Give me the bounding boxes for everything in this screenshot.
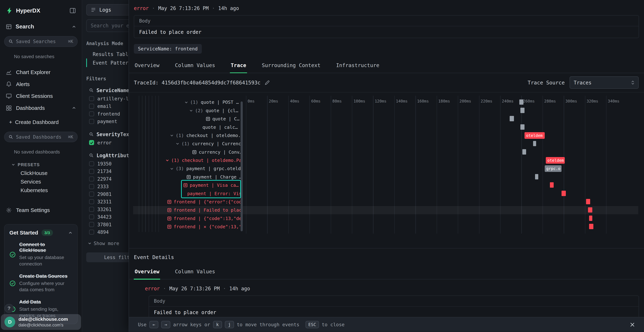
close-icon[interactable] (630, 322, 635, 327)
chevron-up-icon[interactable] (68, 231, 72, 235)
checkbox[interactable] (89, 199, 94, 204)
event-details-tabs: OverviewColumn Values (129, 265, 644, 280)
span-row[interactable]: quote | C… (129, 115, 240, 123)
checkbox[interactable] (89, 184, 94, 189)
span-duration-bar[interactable] (550, 182, 554, 188)
timeline-tick-label: 260ms (523, 99, 535, 104)
separator-dot: · (152, 5, 155, 11)
checkbox[interactable] (89, 230, 94, 235)
checkbox[interactable] (89, 222, 94, 227)
filter-group-name: ServiceName (96, 88, 129, 93)
timeline-tick-label: 0ms (248, 99, 254, 104)
create-dashboard-button[interactable]: + Create Dashboard (0, 117, 82, 128)
checkbox[interactable] (89, 104, 94, 109)
tab-overview[interactable]: Overview (134, 58, 160, 73)
trace-id-row: TraceId: 4156d3fbc40a64854d9dc7f68641593… (129, 73, 644, 92)
tab-infrastructure[interactable]: Infrastructure (335, 58, 380, 73)
span-duration-bar[interactable] (586, 199, 590, 204)
span-row[interactable]: frontend | ✕ {"code":13,"d… (129, 222, 240, 231)
saved-searches-input[interactable]: Saved Searches ⌘K (4, 36, 78, 47)
span-duration-bar[interactable] (589, 224, 593, 229)
event-details-tab-overview[interactable]: Overview (134, 265, 160, 279)
no-saved-dashboards-text: No saved dashboards (0, 149, 82, 155)
span-row[interactable]: currency | Conv… (129, 148, 240, 156)
span-duration-bar[interactable] (562, 191, 566, 196)
span-duration-bar[interactable]: oteldem (546, 157, 565, 164)
chevron-up-icon[interactable] (72, 25, 76, 29)
span-duration-bar[interactable] (510, 116, 514, 121)
log-icon (167, 208, 172, 212)
span-duration-bar[interactable] (589, 216, 592, 221)
span-row[interactable]: (2)quote | {cl… (129, 106, 240, 115)
sidebar-nav: Chart ExplorerAlertsClient SessionsDashb… (0, 66, 82, 114)
span-row[interactable]: frontend | {"code":13,"det… (129, 214, 240, 222)
timeline-tick-label: 40ms (290, 99, 300, 104)
span-duration-bar[interactable] (533, 141, 536, 146)
filter-value-label: error (97, 140, 112, 146)
chevron-down-icon (170, 134, 174, 138)
span-row[interactable]: (1)checkout | oteldemo.… (129, 131, 240, 140)
saved-dashboards-input[interactable]: Saved Dashboards ⌘K (4, 132, 78, 142)
checkbox[interactable] (89, 96, 94, 101)
team-settings-button[interactable]: Team Settings (0, 204, 82, 216)
gear-icon (6, 207, 12, 213)
presets-toggle[interactable]: PRESETS (0, 161, 82, 169)
hint-use: Use (138, 322, 146, 327)
span-duration-bar[interactable] (520, 124, 525, 130)
separator-dot: · (212, 5, 215, 11)
get-started-step: Connect to ClickHouseSet up your databas… (10, 242, 72, 267)
checkbox[interactable] (89, 169, 94, 174)
checkbox[interactable] (89, 140, 94, 145)
span-duration-bar[interactable] (520, 108, 525, 113)
checkbox[interactable] (89, 192, 94, 196)
span-duration-bar[interactable]: oteldem (524, 132, 545, 139)
user-menu[interactable]: D dale@clickhouse.com dale@clickhouse.co… (1, 314, 81, 330)
edit-icon[interactable] (264, 80, 270, 85)
sidebar-item-client-sessions[interactable]: Client Sessions (0, 90, 82, 102)
span-duration-bar[interactable]: grpc.o (545, 165, 562, 172)
span-duration-bar[interactable] (588, 207, 592, 213)
span-duration-bar[interactable] (535, 174, 538, 180)
sidebar-section-search[interactable]: Search (0, 21, 82, 32)
get-started-header[interactable]: Get Started 3/3 (10, 230, 72, 236)
sidebar-item-chart-explorer[interactable]: Chart Explorer (0, 66, 82, 78)
sidebar-preset-kubernetes[interactable]: Kubernetes (0, 186, 82, 194)
source-select-label: Logs (99, 7, 111, 13)
span-row[interactable]: (1)currency | Currenc… (129, 140, 240, 148)
checkbox[interactable] (89, 112, 94, 116)
sidebar-preset-clickhouse[interactable]: ClickHouse (0, 169, 82, 178)
sidebar-item-alerts[interactable]: Alerts (0, 78, 82, 90)
span-row[interactable]: (1)checkout | oteldemo.Pa… (129, 156, 240, 164)
tab-surrounding-context[interactable]: Surrounding Context (261, 58, 321, 73)
span-row[interactable]: quote | calc… (129, 123, 240, 131)
brand[interactable]: HyperDX (6, 7, 40, 14)
hint-arrow-keys: arrow keys or (173, 322, 210, 327)
span-row[interactable]: frontend | {"error":{"code… (129, 198, 240, 206)
checkbox[interactable] (89, 207, 94, 212)
trace-source-select[interactable]: Traces (570, 76, 639, 89)
timeline-tick-label: 280ms (544, 99, 556, 104)
service-name-tag[interactable]: ServiceName: frontend (134, 44, 202, 54)
log-icon (192, 150, 196, 154)
span-row[interactable]: (1)quote | POST … (129, 98, 240, 106)
event-details-tab-column-values[interactable]: Column Values (174, 265, 216, 279)
help-button[interactable]: ? (4, 304, 14, 313)
tab-column-values[interactable]: Column Values (174, 58, 216, 73)
checkbox[interactable] (89, 214, 94, 220)
chart-icon (6, 69, 12, 75)
tab-trace[interactable]: Trace (230, 58, 247, 73)
filter-value-label: 34423 (97, 214, 112, 220)
checkbox[interactable] (89, 119, 94, 124)
sidebar-item-dashboards[interactable]: Dashboards (0, 102, 82, 114)
span-label: currency | Currenc… (192, 141, 240, 146)
span-row[interactable]: frontend | Failed to place… (129, 206, 240, 214)
sidebar-preset-services[interactable]: Services (0, 178, 82, 186)
span-duration-bar[interactable] (522, 149, 526, 154)
checkbox[interactable] (89, 161, 94, 166)
span-duration-bar[interactable] (519, 100, 524, 105)
collapse-sidebar-icon[interactable] (70, 7, 76, 14)
event-details-title: Event Details (129, 254, 644, 260)
span-row[interactable]: (3)payment | grpc.oteld… (129, 164, 240, 173)
waterfall-scrollbar[interactable] (240, 102, 242, 231)
checkbox[interactable] (89, 176, 94, 182)
